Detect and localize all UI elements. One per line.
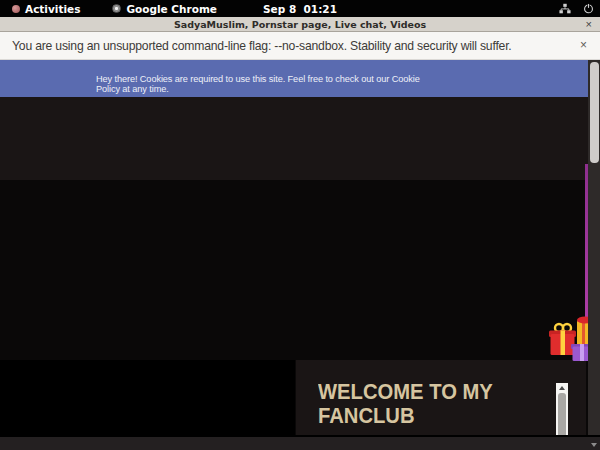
bottom-strip bbox=[0, 435, 600, 450]
window-title: SadyaMuslim, Pornstar page, Live chat, V… bbox=[174, 19, 426, 30]
cookie-message: Hey there! Cookies are required to use t… bbox=[96, 74, 436, 94]
flag-warning-bar: You are using an unsupported command-lin… bbox=[0, 32, 600, 60]
browser-scrollbar-thumb[interactable] bbox=[590, 62, 599, 163]
page-scroll-down-arrow-icon[interactable] bbox=[591, 443, 597, 447]
window-title-bar[interactable]: SadyaMuslim, Pornstar page, Live chat, V… bbox=[0, 17, 600, 32]
screen: Activities Google Chrome Sep 8 01:21 bbox=[0, 0, 600, 450]
window-close-icon[interactable]: × bbox=[586, 17, 592, 32]
main-content: WELCOME TO MY FANCLUB I have no problem … bbox=[0, 180, 600, 437]
scroll-up-arrow-icon[interactable] bbox=[559, 386, 565, 390]
site-header: LOGO LOGIN JOIN bbox=[0, 97, 600, 180]
fanclub-heading: WELCOME TO MY FANCLUB bbox=[318, 381, 534, 428]
cookie-consent-bar: Hey there! Cookies are required to use t… bbox=[0, 60, 600, 97]
flag-warning-text: You are using an unsupported command-lin… bbox=[12, 39, 512, 53]
power-icon[interactable] bbox=[583, 3, 594, 14]
flag-warning-close-icon[interactable]: × bbox=[580, 38, 587, 52]
network-icon[interactable] bbox=[559, 3, 571, 14]
system-top-bar: Activities Google Chrome Sep 8 01:21 bbox=[0, 0, 600, 17]
browser-scrollbar[interactable] bbox=[588, 60, 600, 435]
clock[interactable]: Sep 8 01:21 bbox=[0, 3, 600, 15]
